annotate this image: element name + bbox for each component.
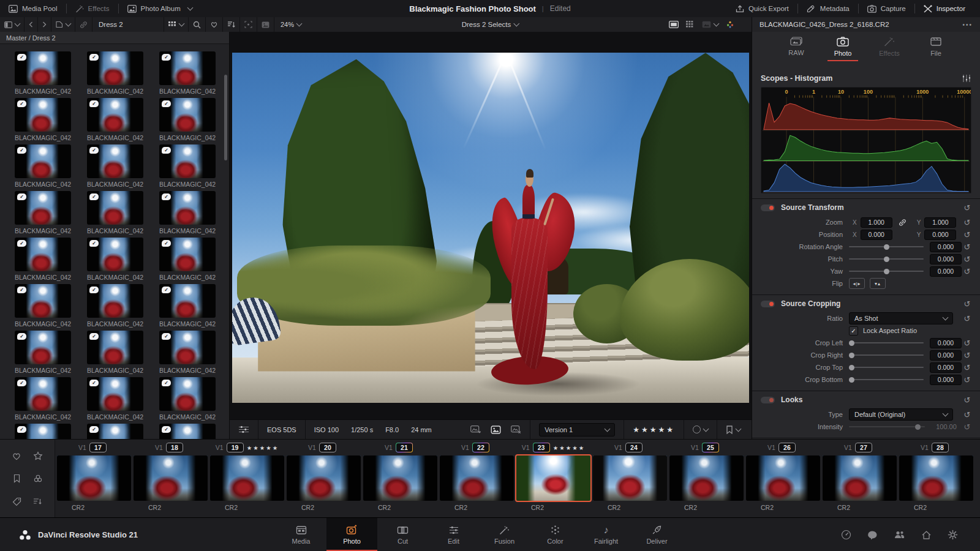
viewer-photo[interactable] [232,53,749,403]
zoom-x-input[interactable]: 1.000 [861,217,892,228]
yaw-input[interactable]: 0.000 [930,266,962,277]
filmstrip-clip[interactable]: V1 22 CR2 [439,440,515,518]
search-button[interactable] [189,17,206,32]
link-xy-icon[interactable] [892,219,913,227]
reset-icon[interactable]: ↺ [962,422,973,432]
chat-icon[interactable] [867,530,878,540]
filmstrip-clip[interactable]: V1 23 ★★★★★ CR2 [515,440,592,518]
forward-button[interactable] [38,17,51,32]
reset-icon[interactable]: ↺ [962,351,973,360]
reset-icon[interactable]: ↺ [962,203,973,212]
zoom-y-input[interactable]: 1.000 [924,217,956,228]
star-filter-icon[interactable] [33,451,43,460]
filmstrip-clip[interactable]: V1 26 CR2 [745,440,821,518]
overlay-mode-button[interactable] [702,21,718,28]
breadcrumb[interactable]: Master / Dress 2 [0,32,229,44]
media-pool-item[interactable]: ✓ BLACKMAGIC_042... [87,144,143,188]
crop-input[interactable]: 0.000 [930,375,962,385]
tab-effects[interactable]: Effects [875,37,903,61]
media-pool-button[interactable]: Media Pool [0,0,66,17]
media-pool-item[interactable]: ✓ BLACKMAGIC_042... [15,98,71,141]
tag-filter-icon[interactable] [12,497,21,506]
crop-input[interactable]: 0.000 [930,338,962,348]
sort-button[interactable] [223,17,240,32]
media-pool-item[interactable]: ✓ BLACKMAGIC_042... [15,191,71,234]
scopes-settings-icon[interactable] [962,74,971,83]
media-pool-item[interactable]: ✓ BLACKMAGIC_042... [159,377,216,421]
crop-slider[interactable] [849,354,924,356]
collection-dropdown[interactable]: Dress 2 Selects [462,21,519,28]
tab-raw[interactable]: RAW [782,37,810,61]
source-cropping-toggle[interactable] [761,301,775,307]
reset-icon[interactable]: ↺ [962,299,973,309]
pick-image-button[interactable] [470,425,481,434]
media-pool-item[interactable]: ✓ BLACKMAGIC_042... [15,51,71,95]
zoom-level-dropdown[interactable]: 24% [274,21,307,28]
reset-icon[interactable]: ↺ [962,230,973,239]
photo-album-button[interactable]: Photo Album [119,0,201,17]
favorite-filter-button[interactable] [206,17,223,32]
clip-thumbnail[interactable] [57,455,131,501]
clip-thumbnail[interactable] [669,455,744,501]
media-pool-item[interactable]: ✓ BLACKMAGIC_042... [159,284,216,328]
clip-thumbnail[interactable] [287,455,361,501]
page-fairlight[interactable]: ♪ Fairlight [581,518,631,551]
clip-settings-button[interactable] [230,420,258,439]
media-pool-item[interactable]: ✓ BLACKMAGIC_042... [15,331,71,374]
reset-icon[interactable]: ↺ [962,255,973,264]
media-pool-item[interactable]: ✓ BLACKMAGIC_042... [15,238,71,281]
filmstrip-clip[interactable]: V1 25 CR2 [668,440,745,518]
capture-button[interactable]: Capture [859,0,914,17]
crop-slider[interactable] [849,367,924,368]
metadata-button[interactable]: Metadata [798,0,858,17]
performance-gauge-icon[interactable] [841,530,851,540]
reset-icon[interactable]: ↺ [962,363,973,372]
tab-file[interactable]: File [922,37,950,61]
current-bin-name[interactable]: Dress 2 [92,17,164,32]
filmstrip-clip[interactable]: V1 19 ★★★★★ CR2 [209,440,285,518]
media-pool-item[interactable]: ✓ BLACKMAGIC_042... [87,98,143,141]
source-transform-toggle[interactable] [761,204,775,211]
page-media[interactable]: Media [276,518,326,551]
clip-thumbnail[interactable] [210,455,284,501]
back-button[interactable] [24,17,38,32]
clip-thumbnail[interactable] [134,455,208,501]
media-pool-item[interactable]: ✓ BLACKMAGIC_042... [87,377,143,421]
media-pool-item[interactable]: ✓ BLACKMAGIC_042... [15,424,71,439]
fit-zoom-button[interactable] [240,17,257,32]
single-view-button[interactable] [669,21,679,28]
version-dropdown[interactable]: Version 1 [539,423,615,437]
clip-thumbnail[interactable] [899,455,973,501]
media-pool-item[interactable]: ✓ BLACKMAGIC_042... [159,238,216,281]
filmstrip-clip[interactable]: V1 20 CR2 [285,440,362,518]
tab-photo[interactable]: Photo [829,37,857,61]
media-pool-item[interactable]: ✓ BLACKMAGIC_042... [15,377,71,421]
reject-image-button[interactable] [511,425,521,434]
look-type-dropdown[interactable]: Default (Original) [849,408,953,421]
reset-icon[interactable]: ↺ [962,314,973,323]
media-pool-item[interactable]: ✓ BLACKMAGIC_042... [159,424,216,439]
flip-vertical-button[interactable]: ▾▴ [870,278,886,289]
flip-horizontal-button[interactable]: ◂|▸ [849,278,865,289]
ratio-dropdown[interactable]: As Shot [849,312,953,324]
clip-thumbnail[interactable] [823,455,897,501]
media-pool-item[interactable]: ✓ BLACKMAGIC_042... [87,284,143,328]
collaboration-icon[interactable] [894,530,905,539]
crop-input[interactable]: 0.000 [930,362,962,373]
position-y-input[interactable]: 0.000 [924,230,956,240]
rating-section[interactable]: ★★★★★ [624,420,684,439]
settings-icon[interactable] [948,530,958,540]
yaw-slider[interactable] [849,271,924,272]
media-pool-item[interactable]: ✓ BLACKMAGIC_042... [87,51,143,95]
reset-icon[interactable]: ↺ [962,395,973,405]
clip-thumbnail[interactable] [746,455,820,501]
link-button[interactable] [75,17,92,32]
pitch-input[interactable]: 0.000 [930,254,962,264]
effects-button[interactable]: Effects [67,0,118,17]
page-fusion[interactable]: Fusion [479,518,530,551]
inspector-button[interactable]: Inspector [915,0,980,17]
new-bin-button[interactable] [51,17,75,32]
clip-thumbnail[interactable] [593,455,667,501]
filmstrip-clip[interactable]: V1 24 CR2 [592,440,668,518]
flag-dropdown[interactable] [717,420,752,439]
